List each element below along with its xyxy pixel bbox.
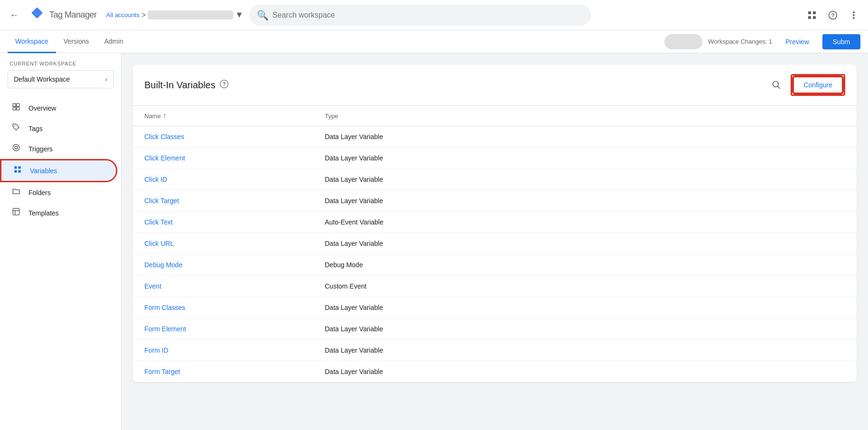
sidebar-item-tags[interactable]: Tags	[0, 118, 117, 139]
variable-type: Auto-Event Variable	[325, 218, 845, 226]
variable-type: Data Layer Variable	[325, 368, 845, 375]
svg-rect-3	[808, 16, 811, 19]
configure-button[interactable]: Configure	[793, 76, 843, 93]
svg-rect-18	[19, 166, 21, 168]
help-icon[interactable]: ?	[824, 7, 841, 24]
variable-name-link[interactable]: Event	[144, 282, 325, 290]
variable-type: Data Layer Variable	[325, 197, 845, 205]
navbar: Workspace Versions Admin Workspace Chang…	[0, 30, 868, 53]
variable-name-link[interactable]: Form ID	[144, 346, 325, 354]
svg-point-7	[853, 11, 855, 13]
table-row: Click ID Data Layer Variable	[133, 169, 857, 190]
table-row: Click Text Auto-Event Variable	[133, 212, 857, 233]
svg-rect-20	[19, 170, 21, 173]
col-type-header: Type	[325, 112, 845, 120]
svg-rect-17	[14, 166, 17, 168]
table-row: Form ID Data Layer Variable	[133, 340, 857, 361]
templates-icon	[11, 207, 21, 218]
account-breadcrumb: All accounts > ▼	[106, 10, 244, 20]
card-title: Built-In Variables ?	[144, 79, 229, 91]
sidebar-item-templates[interactable]: Templates	[0, 203, 117, 223]
sidebar-item-overview[interactable]: Overview	[0, 98, 117, 118]
svg-rect-4	[813, 16, 816, 19]
triggers-icon	[11, 143, 21, 154]
overview-icon	[11, 103, 21, 113]
user-avatar	[664, 34, 702, 49]
svg-rect-11	[17, 103, 19, 106]
table-row: Click Classes Data Layer Variable	[133, 126, 857, 148]
back-button[interactable]: ←	[6, 7, 23, 24]
col-name-header: Name ↑	[144, 112, 325, 120]
variable-name-link[interactable]: Click Element	[144, 154, 325, 162]
svg-rect-10	[13, 103, 16, 106]
variable-type: Custom Event	[325, 282, 845, 290]
all-accounts-link[interactable]: All accounts	[106, 11, 140, 19]
table-row: Form Element Data Layer Variable	[133, 318, 857, 340]
variable-type: Data Layer Variable	[325, 176, 845, 183]
svg-rect-12	[13, 107, 16, 110]
more-icon[interactable]	[845, 7, 862, 24]
search-input[interactable]	[273, 11, 584, 19]
svg-line-25	[778, 86, 780, 89]
workspace-name-label: Default Workspace	[14, 75, 70, 83]
help-circle-icon[interactable]: ?	[219, 79, 229, 91]
sidebar-item-triggers[interactable]: Triggers	[0, 139, 117, 159]
variable-name-link[interactable]: Click ID	[144, 176, 325, 183]
topbar: ← Tag Manager All accounts > ▼ 🔍 ?	[0, 0, 868, 30]
submit-button[interactable]: Subm	[822, 34, 860, 49]
sidebar-item-label-variables: Variables	[30, 167, 57, 175]
workspace-section: CURRENT WORKSPACE Default Workspace ›	[0, 57, 121, 96]
account-dropdown-icon[interactable]: ▼	[235, 10, 244, 20]
variables-icon	[13, 165, 22, 176]
built-in-variables-title: Built-In Variables	[144, 80, 216, 91]
tab-versions[interactable]: Versions	[56, 30, 97, 53]
tab-workspace[interactable]: Workspace	[8, 30, 56, 53]
variable-type: Data Layer Variable	[325, 240, 845, 247]
sidebar-item-label-folders: Folders	[28, 189, 51, 196]
main-layout: CURRENT WORKSPACE Default Workspace › Ov…	[0, 53, 868, 430]
table-row: Event Custom Event	[133, 276, 857, 297]
sidebar: CURRENT WORKSPACE Default Workspace › Ov…	[0, 53, 122, 430]
variable-name-link[interactable]: Click Classes	[144, 133, 325, 140]
variable-name-link[interactable]: Debug Mode	[144, 261, 325, 269]
search-bar: 🔍	[249, 5, 591, 26]
svg-rect-19	[14, 170, 17, 173]
configure-btn-wrapper: Configure	[791, 74, 845, 96]
svg-rect-13	[17, 107, 19, 110]
variable-name-link[interactable]: Form Element	[144, 325, 325, 333]
apps-icon[interactable]	[803, 7, 821, 24]
sidebar-item-variables[interactable]: Variables	[1, 160, 116, 181]
sidebar-item-label-tags: Tags	[28, 125, 43, 132]
folders-icon	[11, 187, 21, 198]
svg-text:?: ?	[222, 81, 226, 87]
app-logo: Tag Manager	[28, 7, 97, 24]
svg-rect-1	[808, 11, 811, 14]
variable-name-link[interactable]: Form Target	[144, 368, 325, 375]
variable-name-link[interactable]: Click Text	[144, 218, 325, 226]
svg-rect-21	[13, 208, 19, 215]
svg-rect-2	[813, 11, 816, 14]
navbar-right: Workspace Changes: 1 Preview Subm	[664, 34, 860, 49]
variable-name-link[interactable]: Click Target	[144, 197, 325, 205]
table-row: Debug Mode Debug Mode	[133, 254, 857, 276]
breadcrumb-separator: >	[142, 11, 146, 19]
svg-point-16	[15, 146, 18, 149]
sort-ascending-icon[interactable]: ↑	[163, 112, 167, 120]
variable-type: Data Layer Variable	[325, 133, 845, 140]
variable-type: Data Layer Variable	[325, 154, 845, 162]
workspace-selector[interactable]: Default Workspace ›	[8, 70, 113, 88]
sidebar-item-folders[interactable]: Folders	[0, 182, 117, 203]
variable-name-link[interactable]: Form Classes	[144, 304, 325, 311]
sidebar-item-label-overview: Overview	[28, 104, 56, 112]
table-row: Form Classes Data Layer Variable	[133, 297, 857, 318]
sidebar-item-label-triggers: Triggers	[28, 145, 53, 153]
variable-name-link[interactable]: Click URL	[144, 240, 325, 247]
tags-icon	[11, 123, 21, 134]
preview-button[interactable]: Preview	[778, 34, 817, 49]
topbar-right-actions: ?	[803, 7, 862, 24]
table-row: Form Target Data Layer Variable	[133, 361, 857, 382]
variable-type: Data Layer Variable	[325, 304, 845, 311]
search-button[interactable]	[768, 76, 785, 93]
workspace-chevron-icon: ›	[105, 75, 107, 83]
tab-admin[interactable]: Admin	[96, 30, 131, 53]
